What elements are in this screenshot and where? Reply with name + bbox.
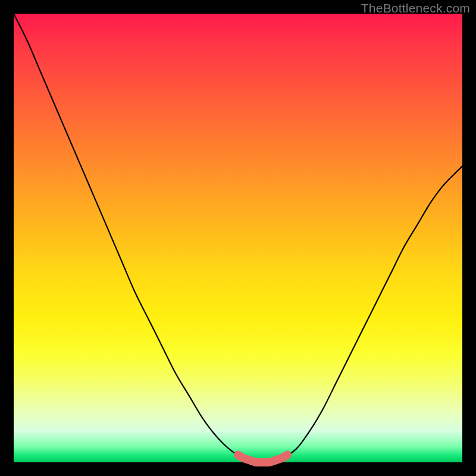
sweet-spot-highlight [238,455,287,462]
chart-svg [14,14,462,462]
outer-frame: TheBottleneck.com [0,0,476,476]
plot-area [14,14,462,462]
bottleneck-curve [14,14,462,463]
